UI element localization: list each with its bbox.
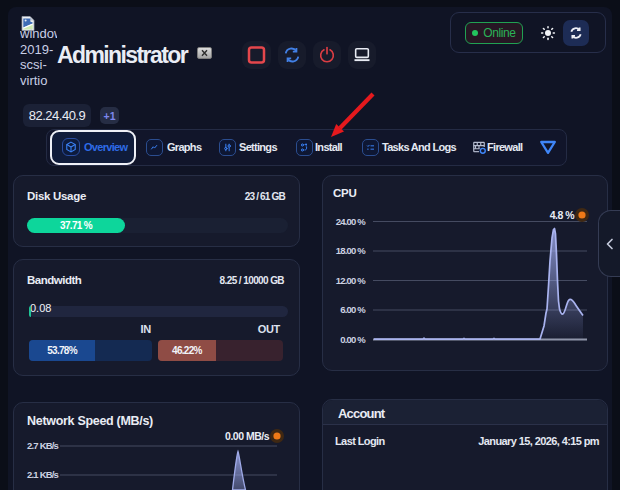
svg-text:2.7 KB/s: 2.7 KB/s — [27, 440, 59, 451]
svg-text:4.8 %: 4.8 % — [550, 209, 576, 221]
svg-text:0.00 MB/s: 0.00 MB/s — [225, 430, 270, 442]
svg-text:18.00 %: 18.00 % — [336, 245, 367, 256]
svg-text:2.1 KB/s: 2.1 KB/s — [27, 469, 59, 480]
svg-text:6.00 %: 6.00 % — [340, 304, 366, 315]
svg-text:0.00 %: 0.00 % — [340, 334, 366, 345]
svg-text:12.00 %: 12.00 % — [336, 275, 367, 286]
svg-text:24.00 %: 24.00 % — [336, 216, 367, 227]
